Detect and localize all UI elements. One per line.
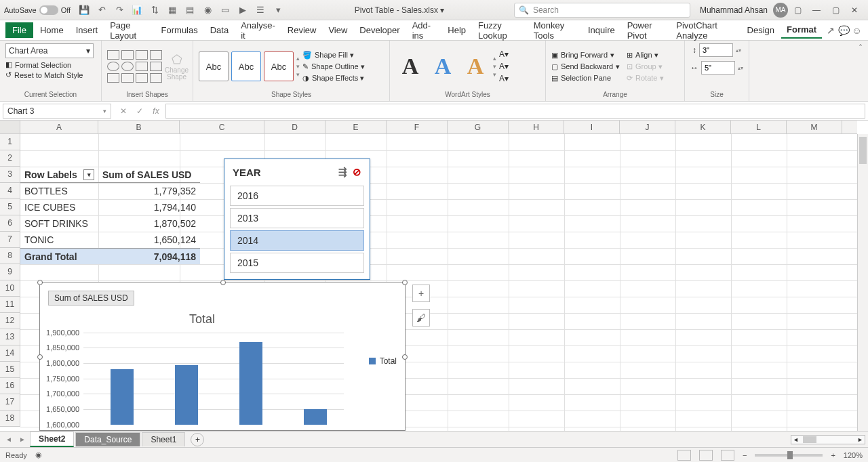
tab-inquire[interactable]: Inquire — [583, 22, 620, 38]
col-header-b[interactable]: B — [98, 121, 180, 133]
pivot-values-header[interactable]: Sum of SALES USD — [98, 167, 200, 183]
tab-pivotchart-analyze[interactable]: PivotChart Analyze — [671, 18, 740, 43]
zoom-out-button[interactable]: − — [743, 451, 747, 459]
row-header[interactable]: 7 — [0, 232, 20, 248]
slicer-item-2015[interactable]: 2015 — [230, 253, 364, 273]
shape-height-input[interactable] — [699, 43, 733, 57]
row-header[interactable]: 1 — [0, 134, 20, 150]
page-break-view-button[interactable] — [721, 450, 734, 461]
text-outline-button[interactable]: A▾ — [499, 62, 509, 71]
cancel-formula-icon[interactable]: ✕ — [117, 106, 130, 116]
autosave-toggle[interactable]: AutoSave Off — [4, 5, 71, 15]
col-header-k[interactable]: K — [675, 121, 731, 133]
chart-plot-area[interactable]: 1,900,000 1,850,000 1,800,000 1,750,000 … — [83, 333, 344, 425]
chart-bar-bottles[interactable] — [111, 369, 134, 425]
pivot-row-value[interactable]: 1,870,502 — [98, 215, 200, 232]
fill-icon[interactable]: ◉ — [201, 3, 214, 17]
col-header-i[interactable]: I — [564, 121, 620, 133]
pivot-row-value[interactable]: 1,779,352 — [98, 183, 200, 199]
slicer-item-2014[interactable]: 2014 — [230, 230, 364, 251]
tab-home[interactable]: Home — [35, 22, 69, 38]
tab-data[interactable]: Data — [205, 22, 234, 38]
pivot-row-value[interactable]: 1,650,124 — [98, 232, 200, 248]
sort-icon[interactable]: ⇅ — [148, 3, 161, 17]
tab-formulas[interactable]: Formulas — [156, 22, 203, 38]
row-header[interactable]: 10 — [0, 280, 20, 297]
shape-effects-button[interactable]: ◑Shape Effects ▾ — [302, 74, 365, 83]
chart-icon[interactable]: 📊 — [130, 3, 144, 17]
chart-styles-button[interactable]: 🖌 — [412, 309, 430, 327]
col-header-g[interactable]: G — [448, 121, 509, 133]
shape-outline-button[interactable]: ✎Shape Outline ▾ — [302, 62, 365, 71]
tab-design[interactable]: Design — [742, 22, 780, 38]
row-header[interactable]: 4 — [0, 183, 20, 199]
col-header-a[interactable]: A — [20, 121, 98, 133]
smiley-icon[interactable]: ☺ — [851, 23, 863, 38]
selection-pane-button[interactable]: ▤Selection Pane — [551, 74, 620, 83]
col-header-c[interactable]: C — [180, 121, 264, 133]
macro-record-icon[interactable]: ◉ — [35, 450, 42, 459]
chart-element-dropdown[interactable]: Chart Area ▾ — [5, 43, 94, 58]
tab-insert[interactable]: Insert — [71, 22, 104, 38]
zoom-level[interactable]: 120% — [844, 451, 863, 459]
chart-bar-ice-cubes[interactable] — [175, 365, 198, 425]
tab-fuzzy-lookup[interactable]: Fuzzy Lookup — [473, 18, 527, 43]
shape-width-input[interactable] — [701, 61, 735, 75]
normal-view-button[interactable] — [677, 450, 691, 461]
wordart-style-3[interactable]: A — [460, 54, 490, 79]
chart-elements-button[interactable]: + — [412, 285, 430, 302]
sheet-nav-prev[interactable]: ◄ — [3, 436, 15, 443]
shape-style-1[interactable]: Abc — [199, 51, 229, 81]
user-section[interactable]: Muhammad Ahsan MA — [700, 3, 788, 18]
col-header-d[interactable]: D — [264, 121, 326, 133]
row-header[interactable]: 5 — [0, 199, 20, 215]
redo-icon[interactable]: ↷ — [113, 3, 126, 17]
zoom-slider[interactable] — [755, 454, 823, 457]
page-layout-view-button[interactable] — [699, 450, 713, 461]
tab-monkey-tools[interactable]: Monkey Tools — [528, 18, 581, 43]
reset-style-button[interactable]: ↺Reset to Match Style — [5, 70, 96, 79]
chart-bar-soft-drinks[interactable] — [239, 342, 262, 425]
wordart-style-1[interactable]: A — [395, 54, 425, 79]
tab-view[interactable]: View — [323, 22, 353, 38]
shape-style-2[interactable]: Abc — [231, 51, 261, 81]
sheet-tab-sheet2[interactable]: Sheet2 — [30, 432, 74, 447]
send-backward-button[interactable]: ▢Send Backward▾ — [551, 62, 620, 71]
file-name[interactable]: Pivot Table - Sales.xlsx ▾ — [285, 5, 514, 15]
accept-formula-icon[interactable]: ✓ — [133, 106, 146, 116]
tab-power-pivot[interactable]: Power Pivot — [622, 18, 670, 43]
align-button[interactable]: ⊞Align ▾ — [627, 51, 663, 60]
zoom-in-button[interactable]: + — [831, 451, 835, 459]
maximize-icon[interactable]: ▢ — [826, 1, 845, 20]
col-header-e[interactable]: E — [326, 121, 387, 133]
row-header[interactable]: 16 — [0, 378, 20, 394]
border-icon[interactable]: ▭ — [218, 3, 232, 17]
qat-more-icon[interactable]: ▾ — [271, 3, 285, 17]
pivot-row-label[interactable]: TONIC — [20, 232, 98, 248]
text-effects-button[interactable]: A▾ — [499, 74, 509, 83]
col-header-j[interactable]: J — [620, 121, 675, 133]
col-header-f[interactable]: F — [387, 121, 448, 133]
text-fill-button[interactable]: A▾ — [499, 49, 509, 59]
tab-analyse-it[interactable]: Analyse-it — [235, 18, 281, 43]
shape-styles-more[interactable]: ▴▾▾ — [296, 55, 300, 78]
pivot-grand-total-label[interactable]: Grand Total — [20, 248, 98, 264]
tab-addins[interactable]: Add-ins — [407, 18, 441, 43]
pivot-row-labels-header[interactable]: Row Labels ▾ — [20, 167, 98, 183]
comments-icon[interactable]: 💬 — [837, 23, 849, 38]
col-header-l[interactable]: L — [731, 121, 787, 133]
multi-select-icon[interactable]: ⇶ — [338, 166, 347, 178]
row-header[interactable]: 14 — [0, 345, 20, 362]
search-box[interactable]: 🔍 Search — [514, 3, 690, 18]
undo-icon[interactable]: ↶ — [95, 3, 108, 17]
pivot-row-label[interactable]: ICE CUBES — [20, 199, 98, 215]
cells-area[interactable]: Row Labels ▾ Sum of SALES USD BOTTLES 1,… — [20, 134, 857, 431]
clear-filter-icon[interactable]: ⊘ — [353, 166, 361, 178]
slicer-item-2013[interactable]: 2013 — [230, 208, 364, 228]
close-icon[interactable]: ✕ — [845, 1, 864, 20]
row-header[interactable]: 13 — [0, 329, 20, 345]
save-icon[interactable]: 💾 — [77, 3, 91, 17]
pivot-icon[interactable]: ▤ — [183, 3, 197, 17]
filter-dropdown-icon[interactable]: ▾ — [83, 169, 94, 180]
row-header[interactable]: 15 — [0, 362, 20, 378]
